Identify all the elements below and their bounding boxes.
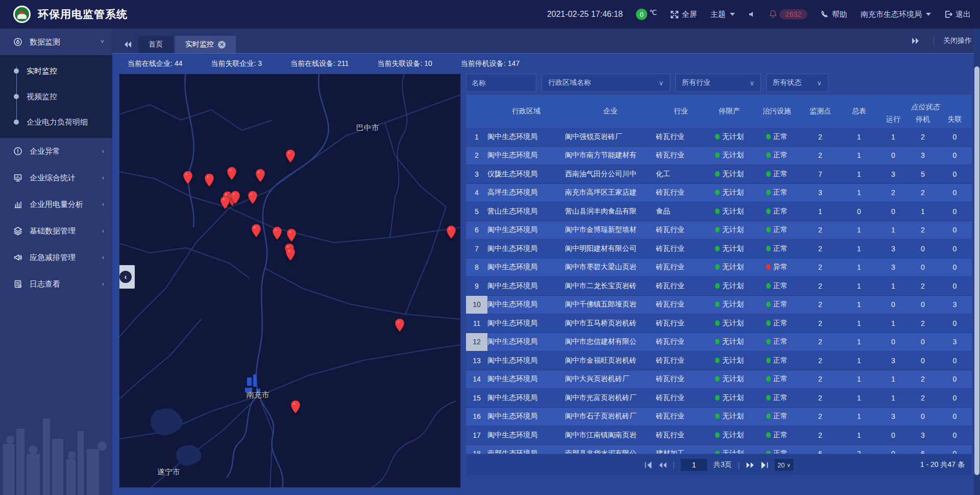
map-pin-icon[interactable] [248,191,258,204]
theme-dropdown[interactable]: 主题 [710,10,735,19]
col-limit: 停限产 [706,107,753,116]
cell-limit: 无计划 [706,151,753,160]
cell-points: 3 [801,188,840,197]
sidebar-item-enterprise-anomaly[interactable]: 企业异常 ‹ [0,138,112,164]
status-dot-green [715,376,720,382]
table-row[interactable]: 8阆中生态环境局阆中市枣碧大梁山页岩砖瓦行业无计划异常21300 [466,258,972,277]
cell-limit: 无计划 [706,412,753,421]
map-pin-icon[interactable] [286,228,297,242]
table-row[interactable]: 10阆中生态环境局阆中千佛镇五郎垭页岩砖瓦行业无计划正常21003 [466,296,972,315]
status-dot-green [715,208,720,214]
fullscreen-button[interactable]: 全屏 [670,10,697,19]
table-row[interactable]: 6阆中生态环境局阆中市金博瑞新型墙材砖瓦行业无计划正常21120 [466,221,972,240]
cell-lost: 0 [938,226,972,234]
logout-button[interactable]: 退出 [944,10,971,19]
cell-stop: 3 [908,431,938,439]
cell-points: 2 [801,245,840,253]
cell-limit: 无计划 [706,225,753,234]
table-row[interactable]: 18南部生态环境局南部县兆华水泥有限公建材加工无计划正常62060 [466,445,972,454]
org-dropdown[interactable]: 南充市生态环境局 [861,10,931,19]
cell-company: 阆中市金博瑞新型墙材 [565,225,656,234]
table-row[interactable]: 14阆中生态环境局阆中大兴页岩机砖厂砖瓦行业无计划正常21120 [466,370,972,389]
map-pin-icon[interactable] [290,400,301,414]
notifications-button[interactable]: 2632 [769,9,807,19]
page-size-select[interactable]: 20 ∨ [774,459,794,471]
table-row[interactable]: 5营山生态环境局营山县润丰肉食品有限食品无计划正常10010 [466,202,972,221]
tab-realtime-monitor[interactable]: 实时监控 ✕ [175,36,236,53]
map-pin-icon[interactable] [251,224,261,238]
last-page-button[interactable] [761,462,768,468]
sidebar-item-enterprise-statistics[interactable]: 企业综合统计 ‹ [0,164,112,191]
status-filter-select[interactable]: 所有状态 ∨ [766,74,828,92]
cell-limit: 无计划 [706,337,753,346]
sidebar-item-data-monitoring[interactable]: 数据监测 ˅ [0,29,112,55]
sidebar-item-power-analysis[interactable]: 企业用电量分析 ‹ [0,191,112,218]
cell-lost: 0 [938,188,972,197]
table-row[interactable]: 15阆中生态环境局阆中市光富页岩机砖厂砖瓦行业无计划正常21120 [466,389,972,408]
sidebar-item-log-view[interactable]: 日志查看 ‹ [0,271,112,297]
row-number: 14 [466,370,487,389]
sidebar-item-power-load-detail[interactable]: 企业电力负荷明细 [0,109,112,135]
map-pin-icon[interactable] [230,191,240,204]
sidebar-item-emergency-reduction[interactable]: 应急减排管理 ‹ [0,244,112,271]
cell-region: 阆中生态环境局 [487,337,565,346]
double-chevron-right-icon [912,37,920,44]
table-row[interactable]: 12阆中生态环境局阆中市忠信建材有限公砖瓦行业无计划正常21003 [466,333,972,352]
cell-points: 2 [801,412,840,420]
sidebar-item-video-monitor[interactable]: 视频监控 [0,84,112,109]
map-panel[interactable]: 巴中市南充市遂宁市 ‹ [119,74,461,488]
cell-industry: 化工 [656,170,706,179]
sidebar-item-base-data[interactable]: 基础数据管理 ‹ [0,218,112,244]
next-page-button[interactable] [746,462,754,468]
close-tab-icon[interactable]: ✕ [218,41,226,49]
region-filter-select[interactable]: 行政区域名称 ∨ [542,74,670,92]
name-filter-input[interactable] [466,74,536,92]
table-row[interactable]: 4高坪生态环境局南充市高坪区王家店建砖瓦行业无计划正常31220 [466,184,972,203]
pagination-range-label: 1 - 20 共47 条 [920,460,965,469]
total-pages-label: 共3页 [714,460,732,469]
first-page-button[interactable] [644,462,652,468]
cell-limit: 无计划 [706,281,753,291]
map-pin-icon[interactable] [395,318,405,332]
tabs-scroll-left-button[interactable] [119,36,136,53]
page-scrollbar[interactable] [974,29,980,495]
table-row[interactable]: 16阆中生态环境局阆中市石子页岩机砖厂砖瓦行业无计划正常21300 [466,408,972,427]
cell-run: 0 [878,431,908,439]
map-pin-icon[interactable] [285,149,296,163]
industry-filter-select[interactable]: 所有行业 ∨ [675,74,761,92]
table-row[interactable]: 2阆中生态环境局阆中市南方节能建材有砖瓦行业无计划正常21030 [466,147,972,166]
cell-lost: 3 [938,338,972,346]
table-row[interactable]: 17阆中生态环境局阆中市江南镇阆南页岩砖瓦行业无计划正常21030 [466,426,972,445]
map-collapse-button[interactable]: ‹ [119,265,135,289]
map-pin-icon[interactable] [255,169,265,182]
prev-page-button[interactable] [658,462,667,468]
map-pin-icon[interactable] [204,173,214,187]
table-header: 行政区域 企业 行业 停限产 治污设施 监测点 总表 点位状态 运行 停机 失联 [466,95,972,128]
cell-stop: 5 [908,170,938,178]
table-row[interactable]: 1阆中生态环境局阆中强锐页岩砖厂砖瓦行业无计划正常21120 [466,128,972,147]
cell-facility: 正常 [753,300,801,309]
page-number-input[interactable] [681,459,707,471]
tabs-scroll-right-button[interactable] [907,32,924,50]
table-row[interactable]: 9阆中生态环境局阆中市二龙长宝页岩砖砖瓦行业无计划正常21120 [466,277,972,296]
scrollbar-thumb[interactable] [974,66,979,475]
col-lost: 失联 [938,115,972,124]
map-pin-icon[interactable] [446,225,456,239]
table-row[interactable]: 7阆中生态环境局阆中明阳建材有限公司砖瓦行业无计划正常21300 [466,240,972,258]
cell-run: 0 [878,207,908,216]
map-pin-icon[interactable] [285,247,296,261]
map-pin-icon[interactable] [227,167,237,180]
help-button[interactable]: 帮助 [821,10,847,19]
close-operations-button[interactable]: 关闭操作 [943,36,972,45]
cell-points: 1 [801,207,840,216]
map-pin-icon[interactable] [183,171,193,184]
table-row[interactable]: 11阆中生态环境局阆中市五马桥页岩机砖砖瓦行业无计划正常21120 [466,314,972,333]
cell-company: 阆中市五马桥页岩机砖 [565,319,656,328]
map-pin-icon[interactable] [220,196,230,209]
table-row[interactable]: 3仪陇生态环境局西南油气田分公司川中化工无计划正常71350 [466,165,972,184]
tab-home[interactable]: 首页 [138,36,173,53]
sidebar-item-realtime-monitor[interactable]: 实时监控 [0,58,112,84]
map-pin-icon[interactable] [272,226,282,240]
table-row[interactable]: 13阆中生态环境局阆中市金福旺页岩机砖砖瓦行业无计划正常21300 [466,351,972,370]
mute-button[interactable] [748,11,755,18]
